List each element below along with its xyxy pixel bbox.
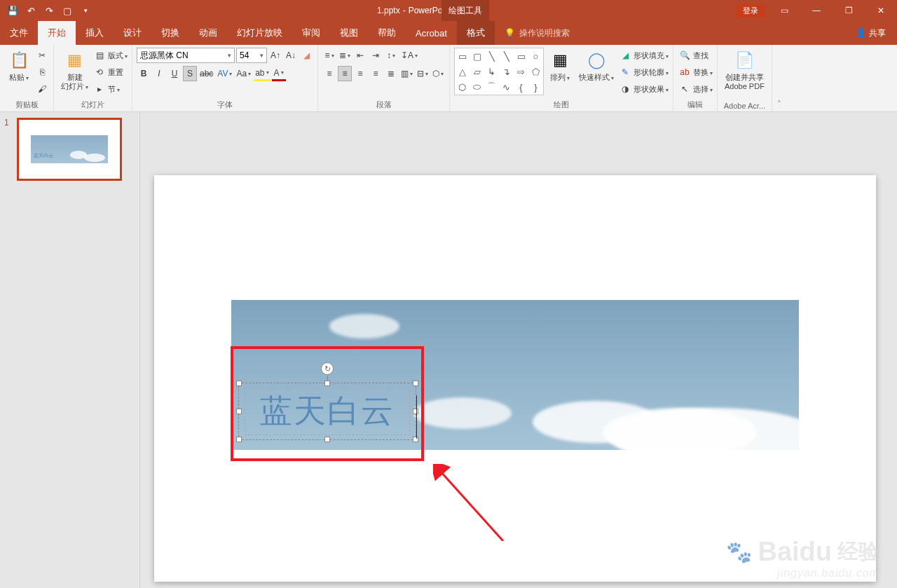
quick-styles-button[interactable]: ◯ 快速样式	[576, 48, 617, 84]
ribbon: 📋 粘贴 ✂ ⎘ 🖌 剪贴板 ▦ 新建 幻灯片 ▤版式 ⟲重置 ▸节 幻灯片	[0, 45, 897, 112]
rotate-handle-icon[interactable]: ↻	[321, 362, 334, 375]
numbering-icon[interactable]: ≣	[338, 48, 352, 63]
reset-icon[interactable]: ⟲	[93, 64, 107, 80]
cut-icon[interactable]: ✂	[35, 48, 49, 63]
align-text-icon[interactable]: ⊟	[416, 66, 430, 81]
adobe-pdf-button[interactable]: 📄 创建并共享 Adobe PDF	[722, 48, 767, 93]
bullets-icon[interactable]: ≡	[322, 48, 336, 63]
select-button[interactable]: 选择	[693, 84, 713, 95]
tab-design[interactable]: 设计	[114, 21, 151, 45]
slide-thumbnail[interactable]: 1 蓝天白云	[6, 118, 134, 181]
watermark: 🐾 Baidu 经验	[726, 537, 879, 567]
section-icon[interactable]: ▸	[93, 81, 107, 97]
shape-fill-button[interactable]: 形状填充	[634, 50, 669, 61]
collapse-ribbon-icon[interactable]: ˄	[772, 45, 786, 111]
text-direction-icon[interactable]: ↧A	[399, 48, 419, 63]
tab-help[interactable]: 帮助	[368, 21, 406, 45]
bold-button[interactable]: B	[137, 66, 151, 81]
tab-slideshow[interactable]: 幻灯片放映	[227, 21, 292, 45]
restore-icon[interactable]: ❐	[833, 0, 865, 21]
section-button[interactable]: 节	[108, 84, 120, 95]
shadow-button[interactable]: S	[183, 66, 197, 81]
qat-more-icon[interactable]: ▾	[78, 4, 93, 18]
tab-insert[interactable]: 插入	[76, 21, 114, 45]
undo-icon[interactable]: ↶	[24, 4, 38, 18]
slides-label: 幻灯片	[58, 98, 128, 111]
text-content[interactable]: 蓝天白云	[260, 390, 395, 433]
increase-font-icon[interactable]: A↑	[268, 48, 282, 63]
align-left-icon[interactable]: ≡	[322, 66, 336, 81]
columns-icon[interactable]: ▥	[399, 66, 414, 81]
shape-outline-button[interactable]: 形状轮廓	[634, 67, 669, 78]
highlight-icon[interactable]: ab	[254, 66, 270, 81]
tab-animations[interactable]: 动画	[189, 21, 227, 45]
arrange-button[interactable]: ▦ 排列	[545, 48, 575, 84]
svg-line-0	[440, 471, 503, 541]
align-center-icon[interactable]: ≡	[338, 66, 352, 81]
font-color-icon[interactable]: A	[272, 66, 286, 81]
tab-review[interactable]: 审阅	[292, 21, 330, 45]
slide-number: 1	[4, 118, 9, 128]
change-case-icon[interactable]: Aa	[235, 66, 252, 81]
close-icon[interactable]: ✕	[865, 0, 897, 21]
tab-transitions[interactable]: 切换	[151, 21, 189, 45]
clear-format-icon[interactable]: ◢	[299, 48, 313, 63]
tab-acrobat[interactable]: Acrobat	[406, 21, 457, 45]
increase-indent-icon[interactable]: ⇥	[369, 48, 383, 63]
bulb-icon: 💡	[505, 28, 515, 38]
find-button[interactable]: 查找	[693, 50, 708, 61]
distribute-icon[interactable]: ≣	[384, 66, 398, 81]
new-slide-button[interactable]: ▦ 新建 幻灯片	[58, 48, 91, 93]
decrease-indent-icon[interactable]: ⇤	[353, 48, 367, 63]
resize-handle[interactable]	[413, 381, 418, 386]
resize-handle[interactable]	[324, 437, 330, 442]
smartart-icon[interactable]: ⬡	[431, 66, 445, 81]
format-painter-icon[interactable]: 🖌	[35, 81, 49, 97]
tab-home[interactable]: 开始	[38, 21, 76, 45]
resize-handle[interactable]	[236, 409, 242, 414]
replace-button[interactable]: 替换	[693, 67, 713, 78]
slideshow-icon[interactable]: ▢	[60, 4, 74, 18]
share-button[interactable]: 👤 共享	[844, 21, 897, 45]
italic-button[interactable]: I	[152, 66, 166, 81]
layout-button[interactable]: 版式	[108, 50, 128, 61]
tab-file[interactable]: 文件	[0, 21, 38, 45]
copy-icon[interactable]: ⎘	[35, 64, 49, 80]
login-button[interactable]: 登录	[736, 4, 765, 18]
decrease-font-icon[interactable]: A↓	[284, 48, 298, 63]
resize-handle[interactable]	[324, 381, 330, 386]
resize-handle[interactable]	[236, 437, 242, 442]
font-name-combo[interactable]: 思源黑体 CN▾	[137, 48, 235, 63]
line-spacing-icon[interactable]: ↕	[384, 48, 398, 63]
underline-button[interactable]: U	[167, 66, 182, 81]
resize-handle[interactable]	[413, 409, 418, 414]
resize-handle[interactable]	[413, 437, 418, 442]
resize-handle[interactable]	[236, 381, 242, 386]
font-size-combo[interactable]: 54▾	[236, 48, 267, 63]
minimize-icon[interactable]: —	[800, 0, 833, 21]
ribbon-display-icon[interactable]: ▭	[768, 0, 800, 21]
tab-format[interactable]: 格式	[457, 21, 495, 45]
annotation-arrow	[433, 464, 510, 541]
justify-icon[interactable]: ≡	[369, 66, 383, 81]
pdf-icon: 📄	[733, 49, 755, 71]
char-spacing-icon[interactable]: AV	[216, 66, 233, 81]
text-box-selected[interactable]: ↻ 蓝天白云	[238, 383, 416, 440]
save-icon[interactable]: 💾	[6, 4, 20, 18]
drawing-label: 绘图	[454, 98, 669, 111]
slide-canvas[interactable]: ↻ 蓝天白云	[154, 175, 876, 582]
paste-button[interactable]: 📋 粘贴	[4, 48, 34, 84]
tab-view[interactable]: 视图	[330, 21, 368, 45]
group-clipboard: 📋 粘贴 ✂ ⎘ 🖌 剪贴板	[0, 45, 54, 111]
align-right-icon[interactable]: ≡	[353, 66, 367, 81]
shape-effects-button[interactable]: 形状效果	[634, 84, 669, 95]
group-adobe: 📄 创建并共享 Adobe PDF Adobe Acr...	[718, 45, 772, 111]
layout-icon[interactable]: ▤	[93, 48, 107, 63]
slide-edit-area[interactable]: ↻ 蓝天白云 🐾 Baidu 经验 j	[140, 112, 897, 588]
tell-me-search[interactable]: 💡 操作说明搜索	[495, 21, 570, 45]
strike-button[interactable]: abc	[198, 66, 214, 81]
new-slide-icon: ▦	[64, 49, 86, 71]
redo-icon[interactable]: ↷	[42, 4, 56, 18]
shapes-gallery[interactable]: ▭▢╲╲▭○ △▱↳↴⇨⬠ ⬡⬭⌒∿{}	[454, 48, 544, 95]
reset-button[interactable]: 重置	[108, 67, 123, 78]
